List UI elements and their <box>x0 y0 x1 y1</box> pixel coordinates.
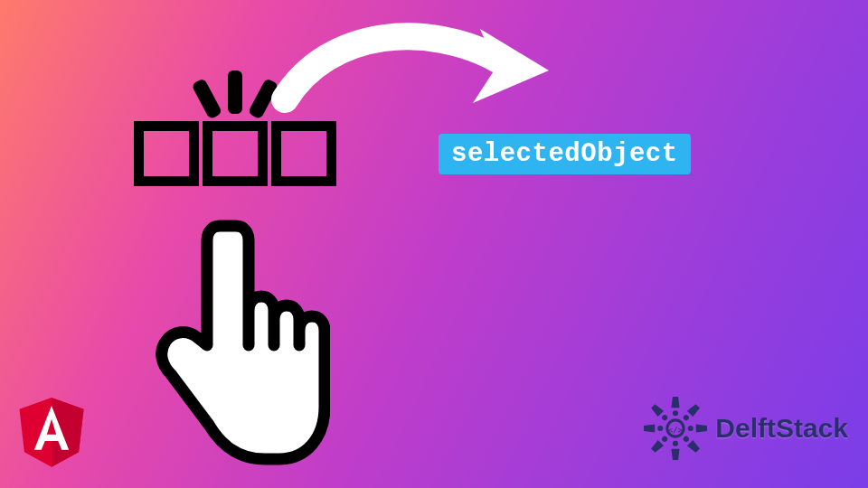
svg-text:</>: </> <box>668 426 684 435</box>
svg-point-4 <box>683 436 691 444</box>
selected-object-label: selectedObject <box>439 134 691 174</box>
delftstack-badge-icon: </> <box>641 394 710 463</box>
box-2 <box>203 121 268 186</box>
delftstack-text: DelftStack <box>715 413 848 444</box>
svg-point-2 <box>683 414 691 422</box>
three-boxes-icon <box>118 121 353 186</box>
svg-point-1 <box>673 410 678 416</box>
svg-point-7 <box>658 426 664 431</box>
svg-point-6 <box>661 436 669 444</box>
delftstack-brand: </> DelftStack <box>641 394 848 463</box>
box-3 <box>271 121 336 186</box>
curved-arrow-icon <box>267 16 556 125</box>
svg-point-3 <box>688 426 693 431</box>
svg-point-8 <box>661 414 669 422</box>
box-1 <box>134 121 199 186</box>
angular-logo-icon <box>16 398 87 472</box>
svg-point-5 <box>673 441 678 446</box>
hand-pointer-icon <box>140 217 330 479</box>
